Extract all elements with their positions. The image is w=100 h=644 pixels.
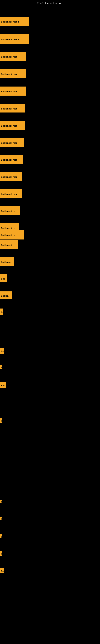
bottleneck-item: Bo (0, 568, 3, 573)
bottleneck-label: B (0, 534, 2, 538)
bottleneck-item: Bottleneck resu (0, 189, 22, 198)
bottleneck-item: Bottleneck re (0, 230, 24, 240)
bottleneck-item: Bottleneck resu (0, 121, 25, 130)
bottleneck-item: B (0, 418, 2, 422)
bottleneck-item: Bo (0, 348, 4, 354)
bottleneck-label: Bottleneck resu (0, 121, 25, 130)
bottleneck-item: B (0, 365, 2, 369)
bottleneck-item: B (0, 500, 2, 503)
bottleneck-label: Bottleneck r (0, 240, 18, 249)
bottleneck-label: Bottleneck result (0, 34, 29, 44)
bottleneck-label: Bottleneck re (0, 206, 20, 215)
bottleneck-label: Bottleneck resu (0, 86, 26, 96)
bottleneck-label: Bottleneck resu (0, 104, 25, 112)
bottleneck-label: B (0, 551, 2, 556)
bottleneck-item: Bottleneck resu (0, 138, 24, 147)
bottleneck-item: B (0, 534, 2, 538)
bottleneck-label: B (0, 365, 2, 369)
bottleneck-label: Bottleneck resu (0, 52, 26, 61)
bottleneck-label: B (0, 418, 2, 422)
bottleneck-item: Bottleneck resu (0, 52, 26, 61)
bottleneck-item: Bottleneck resu (0, 172, 22, 181)
bottleneck-label: Bottleneck resu (0, 172, 22, 181)
bottleneck-label: Bottleneck result (0, 17, 29, 26)
bottleneck-item: Bottleneck r (0, 240, 18, 249)
bottleneck-item: B (0, 551, 2, 556)
bottleneck-label: Bottleneck resu (0, 155, 23, 164)
bottleneck-item: Bottleneck resu (0, 69, 26, 78)
bottleneck-item: Bottleneck resu (0, 86, 26, 96)
bottleneck-item: Bottleneck result (0, 34, 29, 44)
bottleneck-label: Bottleneck resu (0, 189, 22, 198)
bottleneck-label: B (0, 517, 2, 520)
bottleneck-item: Bottleneck result (0, 17, 29, 26)
bottleneck-item: Bot (0, 274, 7, 282)
bottleneck-item: B (0, 308, 3, 315)
bottleneck-item: Bott (0, 382, 6, 388)
bottleneck-label: Bottlen (0, 292, 12, 299)
bottleneck-item: B (0, 517, 2, 520)
bottleneck-label: Bottleneck resu (0, 138, 24, 147)
bottleneck-label: Bottleneck re (0, 230, 24, 240)
bottleneck-label: B (0, 308, 3, 315)
bottleneck-label: Bott (0, 382, 6, 388)
bottleneck-label: Bo (0, 348, 4, 354)
bottleneck-item: Bottlenec (0, 257, 14, 266)
bottleneck-item: Bottleneck re (0, 206, 20, 215)
bottleneck-label: Bottlenec (0, 257, 14, 266)
site-title: TheBottlenecker.com (0, 0, 100, 6)
bottleneck-item: Bottlen (0, 292, 12, 299)
bottleneck-label: Bo (0, 568, 3, 573)
bottleneck-label: Bot (0, 274, 7, 282)
bottleneck-label: Bottleneck resu (0, 69, 26, 78)
bottleneck-item: Bottleneck resu (0, 155, 23, 164)
bottleneck-label: B (0, 500, 2, 503)
bottleneck-item: Bottleneck resu (0, 104, 25, 112)
